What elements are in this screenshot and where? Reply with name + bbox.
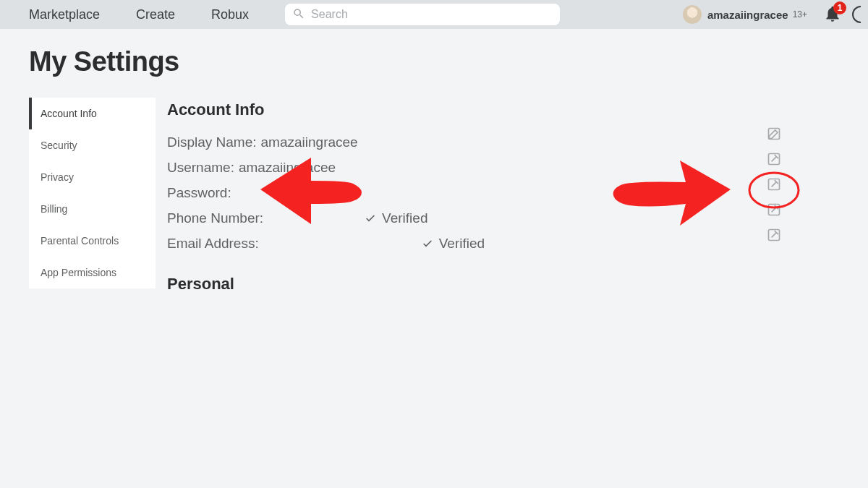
field-email: Email Address: Verified — [167, 231, 868, 256]
search-container — [285, 4, 560, 25]
verified-badge: Verified — [365, 210, 427, 226]
notifications-badge: 1 — [833, 1, 846, 14]
edit-username-icon[interactable] — [767, 152, 781, 166]
username-display[interactable]: amazaiingracee — [707, 9, 788, 21]
sidebar-item-app-permissions[interactable]: App Permissions — [29, 257, 156, 288]
section-heading-account-info: Account Info — [167, 98, 868, 119]
search-icon — [292, 7, 305, 20]
search-input[interactable] — [285, 4, 560, 25]
edit-password-icon[interactable] — [767, 177, 781, 192]
verified-text: Verified — [382, 210, 427, 226]
field-display-name: Display Name: amazaiingracee — [167, 129, 868, 155]
sidebar-item-label: Parental Controls — [41, 235, 119, 247]
edit-display-name-icon[interactable] — [767, 127, 781, 141]
field-username: Username: amazaiingracee — [167, 155, 868, 180]
sidebar-item-label: Account Info — [41, 108, 97, 119]
field-value: amazaiingracee — [261, 134, 358, 150]
sidebar-item-label: Billing — [41, 203, 67, 215]
nav-marketplace[interactable]: Marketplace — [29, 7, 100, 22]
sidebar-item-label: Security — [41, 140, 77, 151]
sidebar-item-parental-controls[interactable]: Parental Controls — [29, 225, 156, 257]
sidebar-item-privacy[interactable]: Privacy — [29, 161, 156, 193]
robux-partial-icon[interactable] — [851, 4, 861, 25]
field-phone: Phone Number: Verified — [167, 205, 868, 231]
field-label: Username: — [167, 160, 234, 176]
sidebar-item-billing[interactable]: Billing — [29, 193, 156, 225]
edit-email-icon[interactable] — [767, 228, 781, 242]
field-label: Phone Number: — [167, 210, 263, 226]
verified-badge: Verified — [422, 236, 485, 252]
sidebar-item-security[interactable]: Security — [29, 129, 156, 161]
settings-sidebar: Account Info Security Privacy Billing Pa… — [29, 98, 156, 288]
settings-page: My Settings Account Info Security Privac… — [0, 29, 868, 304]
field-label: Display Name: — [167, 134, 257, 150]
age-badge: 13+ — [793, 9, 807, 20]
edit-icon-column — [767, 127, 781, 242]
top-nav: Marketplace Create Robux amazaiingracee … — [0, 0, 868, 29]
field-label: Email Address: — [167, 236, 259, 252]
field-password: Password: — [167, 180, 868, 205]
settings-main: Account Info Display Name: amazaiingrace… — [156, 98, 868, 304]
avatar[interactable] — [683, 5, 702, 24]
notifications-button[interactable]: 1 — [823, 4, 843, 25]
check-icon — [422, 238, 433, 249]
nav-robux[interactable]: Robux — [211, 7, 249, 22]
field-value: amazaiingracee — [239, 160, 336, 176]
section-heading-personal: Personal — [167, 272, 868, 294]
sidebar-item-label: App Permissions — [41, 267, 116, 278]
nav-create[interactable]: Create — [136, 7, 175, 22]
page-title: My Settings — [29, 46, 868, 77]
sidebar-item-account-info[interactable]: Account Info — [29, 98, 156, 129]
sidebar-item-label: Privacy — [41, 171, 74, 183]
verified-text: Verified — [439, 236, 485, 252]
field-label: Password: — [167, 185, 231, 201]
edit-phone-icon[interactable] — [767, 202, 781, 217]
check-icon — [365, 213, 376, 224]
svg-rect-0 — [769, 129, 780, 140]
